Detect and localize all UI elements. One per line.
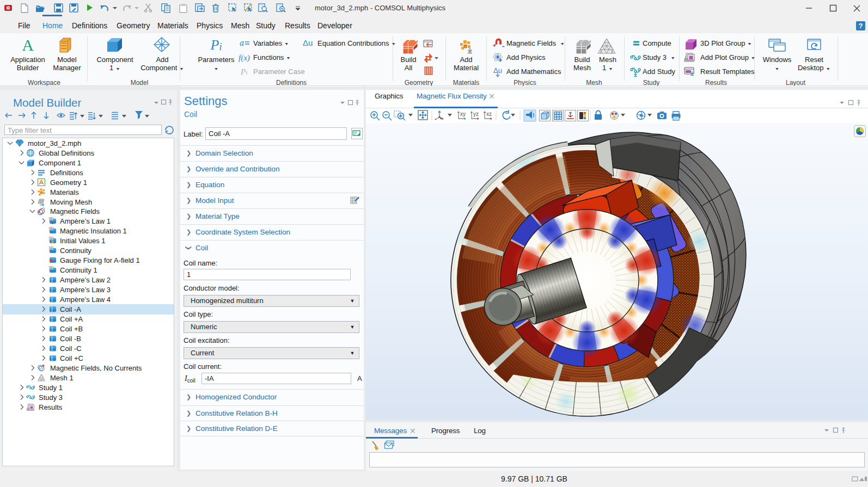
svg-text:A: A [22, 36, 34, 54]
svg-text:a: a [240, 38, 244, 47]
svg-text:xz: xz [486, 111, 492, 117]
svg-text:Δu: Δu [303, 38, 313, 47]
svg-text:xy: xy [460, 111, 466, 117]
svg-text:yz: yz [473, 111, 479, 117]
svg-text:Pi: Pi [240, 67, 247, 76]
svg-text:Pi: Pi [210, 37, 222, 53]
svg-text:f(x): f(x) [239, 53, 250, 63]
